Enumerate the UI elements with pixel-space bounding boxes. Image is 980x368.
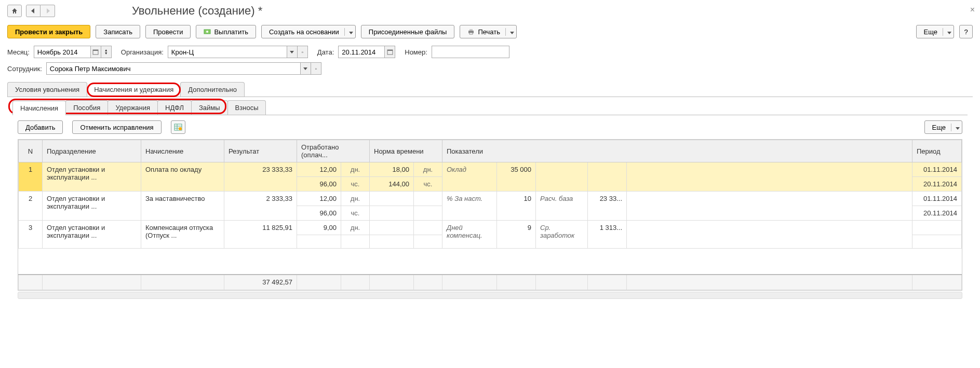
open-icon[interactable]: ▫ <box>298 46 308 58</box>
cell-accrual: Оплата по окладу <box>141 162 224 192</box>
more-button-2[interactable]: Еще <box>924 120 962 134</box>
svg-point-13 <box>179 127 182 130</box>
back-button[interactable] <box>26 5 41 17</box>
cell-dept: Отдел установки и эксплуатации ... <box>43 162 141 192</box>
number-input[interactable] <box>432 46 509 58</box>
cell-norm-hu <box>414 235 442 249</box>
cell-ind2-name <box>536 162 588 192</box>
th-period[interactable]: Период <box>912 140 962 162</box>
write-button[interactable]: Записать <box>96 25 140 38</box>
create-based-button[interactable]: Создать на основании <box>261 25 356 38</box>
subtab-ndfl[interactable]: НДФЛ <box>157 100 192 115</box>
cell-ind1-val: 9 <box>497 221 536 249</box>
cell-worked-du: дн. <box>341 192 370 206</box>
printer-icon <box>467 29 475 35</box>
subtab-contributions[interactable]: Взносы <box>227 100 266 115</box>
month-input[interactable] <box>34 46 91 58</box>
close-icon[interactable]: × <box>970 5 975 15</box>
cell-worked-d: 12,00 <box>297 162 341 177</box>
tab-extra[interactable]: Дополнительно <box>180 82 245 97</box>
number-label: Номер: <box>405 48 427 56</box>
cell-ind1-val: 10 <box>497 192 536 221</box>
total-result: 37 492,57 <box>224 275 297 290</box>
more-label-2: Еще <box>932 124 946 131</box>
cell-result: 23 333,33 <box>224 162 297 192</box>
cell-ind2-name: Расч. база <box>536 192 588 221</box>
print-button[interactable]: Печать <box>460 25 517 38</box>
tab-accruals[interactable]: Начисления и удержания <box>87 83 181 97</box>
help-button[interactable]: ? <box>959 25 973 38</box>
th-accrual[interactable]: Начисление <box>141 140 224 162</box>
pay-button[interactable]: Выплатить <box>196 25 256 38</box>
subtab-loans[interactable]: Займы <box>191 100 228 115</box>
cell-norm-du <box>414 192 442 206</box>
cell-worked-du: дн. <box>341 221 370 235</box>
svg-rect-3 <box>469 29 473 31</box>
cell-norm-hu: чс. <box>414 177 442 192</box>
more-button[interactable]: Еще <box>916 25 954 38</box>
calendar-icon[interactable] <box>385 46 395 58</box>
subtab-accruals[interactable]: Начисления <box>12 101 66 115</box>
post-button[interactable]: Провести <box>145 25 191 38</box>
subtab-deductions[interactable]: Удержания <box>108 100 158 115</box>
th-worked[interactable]: Отработано (оплач... <box>297 140 370 162</box>
page-title: Увольнение (создание) * <box>132 4 262 18</box>
th-result[interactable]: Результат <box>224 140 297 162</box>
table-row[interactable]: 1 Отдел установки и эксплуатации ... Опл… <box>19 162 962 177</box>
cell-blank <box>627 162 912 192</box>
org-label: Организация: <box>121 48 164 56</box>
post-close-button[interactable]: Провести и закрыть <box>7 25 90 38</box>
date-label: Дата: <box>317 48 334 56</box>
sub-tabs: Начисления Пособия Удержания НДФЛ Займы … <box>12 100 968 115</box>
employee-input[interactable] <box>46 62 301 75</box>
create-based-label: Создать на основании <box>269 28 339 36</box>
cell-worked-h: 96,00 <box>297 177 341 192</box>
th-n[interactable]: N <box>19 140 43 162</box>
date-input[interactable] <box>338 46 385 58</box>
cell-ind2-val: 23 33... <box>588 192 627 221</box>
money-icon <box>204 29 211 35</box>
cell-blank <box>627 221 912 249</box>
org-input[interactable] <box>168 46 287 58</box>
cell-worked-hu: чс. <box>341 177 370 192</box>
chevron-down-icon <box>947 32 951 34</box>
cell-worked-d: 12,00 <box>297 192 341 206</box>
cell-ind2-name: Ср. заработок <box>536 221 588 249</box>
cell-worked-du: дн. <box>341 162 370 177</box>
svg-rect-6 <box>93 50 98 51</box>
stepper-icon[interactable]: ▲▼ <box>101 46 112 58</box>
forward-button[interactable] <box>41 5 55 17</box>
cell-period1: 01.11.2014 <box>912 162 962 177</box>
tab-conditions[interactable]: Условия увольнения <box>7 82 87 97</box>
cell-worked-h <box>297 235 341 249</box>
cell-norm-h: 144,00 <box>370 177 414 192</box>
cell-ind2-val <box>588 162 627 192</box>
th-indicators[interactable]: Показатели <box>442 140 912 162</box>
cell-dept: Отдел установки и эксплуатации ... <box>43 221 141 249</box>
attached-files-button[interactable]: Присоединенные файлы <box>361 25 455 38</box>
month-label: Месяц: <box>7 48 30 56</box>
cell-result: 11 825,91 <box>224 221 297 249</box>
open-icon[interactable]: ▫ <box>311 62 321 75</box>
table-row[interactable]: 2 Отдел установки и эксплуатации ... За … <box>19 192 962 206</box>
accruals-table[interactable]: N Подразделение Начисление Результат Отр… <box>18 140 962 290</box>
subtab-benefits[interactable]: Пособия <box>65 100 108 115</box>
home-button[interactable] <box>7 5 22 17</box>
cancel-fix-button[interactable]: Отменить исправления <box>72 120 161 134</box>
th-dept[interactable]: Подразделение <box>43 140 141 162</box>
table-settings-icon[interactable] <box>171 120 185 134</box>
dropdown-icon[interactable] <box>287 46 298 58</box>
horizontal-scrollbar[interactable] <box>18 292 962 299</box>
add-button[interactable]: Добавить <box>18 120 63 134</box>
cell-ind1-name: Оклад <box>442 162 497 192</box>
cell-norm-h <box>370 206 414 221</box>
chevron-down-icon <box>349 32 353 34</box>
dropdown-icon[interactable] <box>301 62 311 75</box>
print-label: Печать <box>478 28 500 36</box>
th-norm[interactable]: Норма времени <box>370 140 442 162</box>
cell-worked-hu: чс. <box>341 206 370 221</box>
table-row[interactable]: 3 Отдел установки и эксплуатации ... Ком… <box>19 221 962 235</box>
calendar-icon[interactable] <box>91 46 101 58</box>
cell-period1 <box>912 221 962 235</box>
cell-worked-h: 96,00 <box>297 206 341 221</box>
